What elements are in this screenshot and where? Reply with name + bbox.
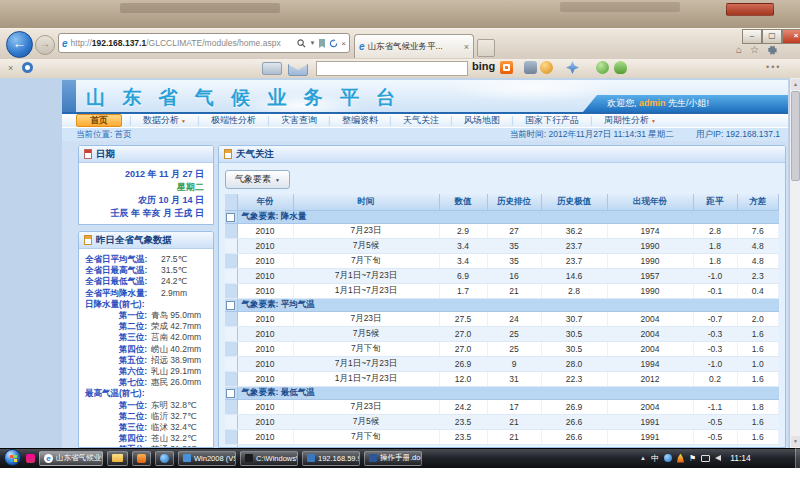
table-group-row[interactable]: 气象要素: 降水量 (225, 211, 779, 224)
nav-item-8[interactable]: 国家下行产品 (515, 114, 589, 127)
recycle-icon[interactable] (596, 61, 609, 74)
new-tab-button[interactable] (477, 39, 495, 57)
home-icon[interactable]: ⌂ (736, 44, 742, 56)
table-row[interactable]: 20107月23日2.92736.219742.87.6 (225, 224, 779, 239)
taskbar-window-button[interactable]: 操作手册.docx ... (364, 451, 422, 466)
cell: 2012 (607, 372, 693, 387)
refresh-icon[interactable] (329, 39, 338, 48)
taskbar-window-label: C:\Windows\s... (256, 454, 298, 463)
rank-label: 第五位: (113, 355, 147, 366)
pinned-app-icon[interactable] (26, 454, 35, 463)
action-center-flag-icon[interactable]: ⚑ (689, 454, 696, 463)
toolbar-card-icon[interactable] (262, 62, 282, 75)
cell: -0.7 (693, 312, 737, 327)
taskbar-window-button[interactable]: Win2008 (VS2... (178, 451, 236, 466)
table-row[interactable]: 20107月23日27.52430.72004-0.72.0 (225, 312, 779, 327)
table-group-row[interactable]: 气象要素: 最低气温 (225, 387, 779, 400)
taskbar-ie-button[interactable]: e山东省气候业务平... (39, 451, 103, 466)
table-row[interactable]: 20101月1日~7月23日1.7212.81990-0.10.4 (225, 284, 779, 299)
tray-app-icon[interactable] (664, 454, 672, 462)
volume-icon[interactable] (715, 455, 721, 461)
stat-label: 全省日最低气温: (85, 276, 161, 287)
forward-button[interactable]: → (35, 35, 55, 55)
minimize-button[interactable]: – (742, 29, 762, 44)
table-row[interactable]: 20101月1日~7月23日12.03122.320120.21.6 (225, 372, 779, 387)
start-button[interactable] (4, 449, 21, 466)
taskbar-window-button[interactable]: 192.168.59.99... (302, 451, 360, 466)
tray-clock[interactable]: 11:14 (730, 453, 751, 463)
settings-gear-icon[interactable] (767, 45, 777, 55)
camera-icon[interactable] (524, 61, 537, 74)
table-row[interactable]: 20107月1日~7月23日6.91614.61957-1.02.3 (225, 269, 779, 284)
favorites-star-icon[interactable]: ☆ (750, 44, 759, 56)
scroll-down-icon[interactable]: ▼ (791, 436, 800, 447)
group-collapse-cell[interactable] (225, 211, 237, 224)
taskbar-window-button[interactable]: C:\Windows\s... (240, 451, 298, 466)
group-collapse-cell[interactable] (225, 387, 237, 400)
maximize-button[interactable]: ▢ (762, 29, 782, 44)
stop-icon[interactable]: × (341, 39, 346, 48)
scroll-up-icon[interactable]: ▲ (791, 79, 800, 90)
vertical-scrollbar[interactable]: ▲ ▼ (789, 78, 800, 448)
toolbar-logo-icon[interactable] (22, 62, 33, 73)
stat-label: 全省日平均气温: (85, 254, 161, 265)
table-row[interactable]: 20107月下旬23.52126.61991-0.51.6 (225, 430, 779, 445)
coins-icon[interactable] (540, 61, 553, 74)
tray-expand-icon[interactable]: ▲ (640, 455, 646, 461)
toolbar-overflow-icon[interactable]: ••• (766, 62, 781, 72)
network-icon[interactable] (701, 455, 710, 462)
cell: 2010 (237, 224, 293, 239)
element-filter-button[interactable]: 气象要素 ▼ (225, 170, 290, 189)
row-lead-cell (225, 269, 237, 284)
close-button[interactable]: × (782, 29, 800, 44)
back-button[interactable]: ← (6, 31, 33, 58)
taskbar-icon-button[interactable] (107, 451, 128, 466)
windows-logo-icon (10, 455, 17, 462)
group-title: 气象要素: 平均气温 (237, 299, 779, 312)
people-icon[interactable] (614, 61, 627, 74)
search-icon[interactable] (297, 39, 306, 48)
bing-app-icon[interactable] (500, 61, 513, 74)
taskbar-icon-button[interactable] (155, 451, 174, 466)
cell: 0.4 (737, 284, 779, 299)
collapse-checkbox[interactable] (226, 389, 235, 398)
nav-item-9[interactable]: 周期性分析▼ (594, 114, 666, 127)
browser-tab[interactable]: e 山东省气候业务平... × (354, 34, 474, 58)
table-row[interactable]: 20107月5候27.02530.52004-0.31.6 (225, 327, 779, 342)
breadcrumb[interactable]: 当前位置: 首页 (76, 129, 132, 141)
table-row[interactable]: 20107月5候23.52126.61991-0.51.6 (225, 415, 779, 430)
toolbar-close-icon[interactable]: × (8, 63, 13, 73)
address-bar[interactable]: e http://192.168.137.1/GLCCLIMATE/module… (58, 33, 350, 53)
nav-item-7[interactable]: 风场地图 (454, 114, 510, 127)
current-time: 当前时间: 2012年11月27日 11:14:31 星期二 (510, 129, 674, 141)
taskbar-icon-button[interactable] (132, 451, 151, 466)
compatibility-view-icon[interactable] (318, 39, 326, 48)
nav-item-1[interactable]: 首页 (76, 114, 122, 127)
table-row[interactable]: 20107月23日24.21726.92004-1.11.8 (225, 400, 779, 415)
table-row[interactable]: 20107月下旬3.43523.719901.84.8 (225, 254, 779, 269)
group-collapse-cell[interactable] (225, 299, 237, 312)
column-header: 数值 (439, 194, 487, 211)
table-group-row[interactable]: 气象要素: 平均气温 (225, 299, 779, 312)
table-lead-column (225, 194, 237, 211)
show-desktop-button[interactable] (795, 448, 800, 468)
table-row[interactable]: 20107月1日~7月23日26.9928.01994-1.01.0 (225, 357, 779, 372)
collapse-checkbox[interactable] (226, 301, 235, 310)
address-dropdown-icon[interactable]: ▼ (309, 40, 315, 46)
nav-item-2[interactable]: 数据分析▼ (133, 114, 196, 127)
nav-item-3[interactable]: 极端性分析 (201, 114, 266, 127)
tab-close-icon[interactable]: × (464, 42, 469, 52)
nav-item-4[interactable]: 灾害查询 (271, 114, 327, 127)
tray-flame-icon[interactable] (677, 454, 684, 463)
toolbar-search-input[interactable] (316, 61, 468, 76)
cell: 7月23日 (293, 224, 439, 239)
url-text[interactable]: http://192.168.137.1/GLCCLIMATE/modules/… (71, 38, 295, 48)
nav-item-6[interactable]: 天气关注 (393, 114, 449, 127)
collapse-checkbox[interactable] (226, 213, 235, 222)
table-row[interactable]: 20107月下旬27.02530.52004-0.31.6 (225, 342, 779, 357)
ime-indicator[interactable]: 中 (651, 453, 659, 464)
nav-item-5[interactable]: 整编资料 (332, 114, 388, 127)
table-row[interactable]: 20107月5候3.43523.719901.84.8 (225, 239, 779, 254)
scrollbar-thumb[interactable] (791, 91, 800, 181)
cell: 7月1日~7月23日 (293, 357, 439, 372)
